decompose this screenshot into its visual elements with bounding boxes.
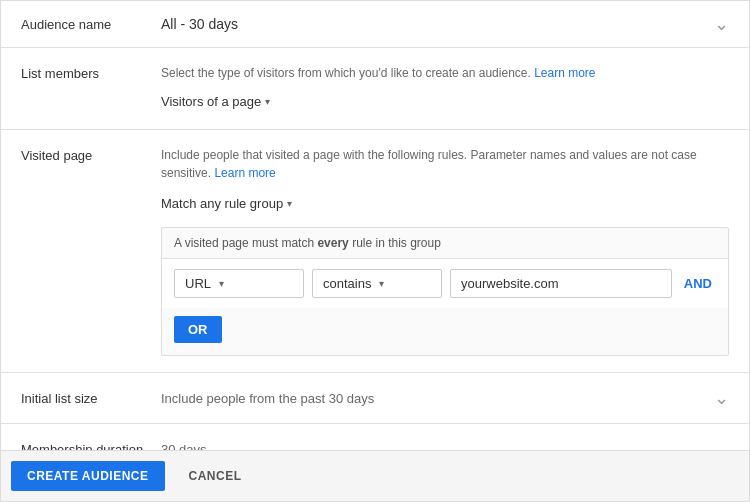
membership-duration-expand-icon: ⌄ [714,438,729,450]
initial-list-size-label: Initial list size [21,391,161,406]
membership-duration-value: 30 days [161,442,714,451]
list-members-learn-more[interactable]: Learn more [534,66,595,80]
membership-duration-row[interactable]: Membership duration 30 days ⌄ [1,424,749,450]
and-link[interactable]: AND [680,270,716,297]
visited-page-learn-more[interactable]: Learn more [214,166,275,180]
visitors-dropdown[interactable]: Visitors of a page ▾ [161,90,270,113]
main-container: Audience name All - 30 days ⌄ List membe… [0,0,750,502]
match-group-row: Match any rule group ▾ [161,192,729,215]
visited-page-helper: Include people that visited a page with … [161,146,729,182]
list-members-label: List members [21,64,161,81]
cancel-button[interactable]: CANCEL [173,461,258,491]
create-audience-button[interactable]: CREATE AUDIENCE [11,461,165,491]
initial-list-size-expand-icon: ⌄ [714,387,729,409]
or-button[interactable]: OR [174,316,222,343]
audience-name-row: Audience name All - 30 days ⌄ [1,1,749,48]
list-members-content: Select the type of visitors from which y… [161,64,729,113]
footer-buttons: CREATE AUDIENCE CANCEL [1,450,749,501]
audience-name-value: All - 30 days [161,16,714,32]
url-dropdown[interactable]: URL ▾ [174,269,304,298]
match-group-dropdown[interactable]: Match any rule group ▾ [161,192,292,215]
audience-name-label: Audience name [21,17,161,32]
content-area: Audience name All - 30 days ⌄ List membe… [1,1,749,450]
initial-list-size-row[interactable]: Initial list size Include people from th… [1,373,749,424]
list-members-helper: Select the type of visitors from which y… [161,64,729,82]
contains-dropdown[interactable]: contains ▾ [312,269,442,298]
membership-duration-label: Membership duration [21,442,161,451]
match-group-arrow: ▾ [287,198,292,209]
initial-list-size-value: Include people from the past 30 days [161,391,714,406]
rule-header-strong: every [317,236,348,250]
url-dropdown-arrow: ▾ [219,278,224,289]
rule-row: URL ▾ contains ▾ AND [162,259,728,308]
contains-dropdown-arrow: ▾ [379,278,384,289]
visited-page-content: Include people that visited a page with … [161,146,729,356]
rule-group-header: A visited page must match every rule in … [162,228,728,259]
collapse-icon[interactable]: ⌄ [714,13,729,35]
rule-group-box: A visited page must match every rule in … [161,227,729,356]
visitors-dropdown-arrow: ▾ [265,96,270,107]
list-members-section: List members Select the type of visitors… [1,48,749,130]
visited-page-section: Visited page Include people that visited… [1,130,749,373]
url-value-input[interactable] [450,269,672,298]
visited-page-label: Visited page [21,146,161,163]
